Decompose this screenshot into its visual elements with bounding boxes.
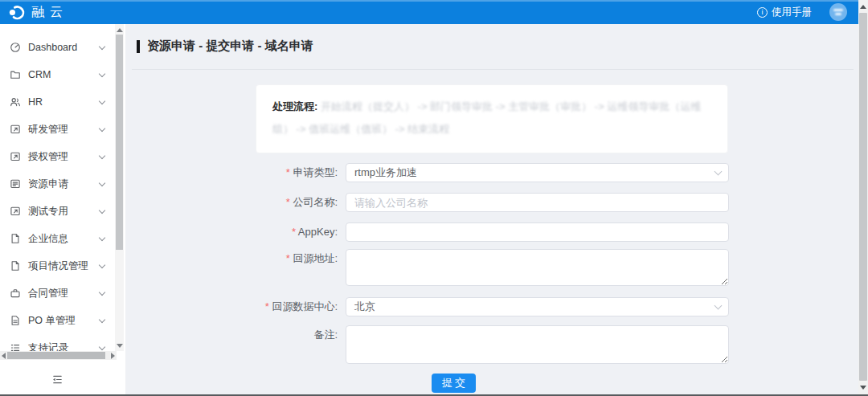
manual-link[interactable]: 使用手册	[772, 6, 812, 19]
sidebar-item-label: 合同管理	[28, 287, 68, 300]
origin-address-label: 回源地址:	[255, 249, 346, 268]
app-window: 融云 使用手册 Dashboard CRM	[0, 0, 868, 396]
scroll-up-icon[interactable]	[115, 25, 124, 35]
sidebar-item-label: 测试专用	[28, 205, 68, 218]
sidebar-item-label: 企业信息	[28, 232, 68, 246]
info-icon	[757, 7, 768, 18]
sidebar-item-label: 研发管理	[28, 123, 68, 137]
chevron-down-icon	[99, 316, 105, 323]
people-icon	[10, 96, 21, 108]
chevron-down-icon	[99, 207, 105, 214]
sidebar-vertical-scrollbar[interactable]	[115, 24, 124, 351]
topbar: 融云 使用手册	[0, 0, 858, 24]
scroll-right-icon[interactable]	[109, 351, 117, 360]
sidebar-item-label: PO 单管理	[28, 314, 76, 328]
scroll-down-icon[interactable]	[858, 382, 868, 392]
form-icon	[10, 178, 21, 190]
apply-form: 申请类型: rtmp业务加速 公司名称: AppKey:	[255, 163, 729, 393]
apply-type-select[interactable]: rtmp业务加速	[346, 163, 729, 182]
document-icon	[10, 233, 21, 244]
appkey-input[interactable]	[346, 222, 729, 242]
topbar-right: 使用手册	[757, 3, 847, 21]
title-accent-bar	[137, 40, 140, 53]
sidebar-item-contract-management[interactable]: 合同管理	[0, 280, 125, 307]
logo[interactable]: 融云	[8, 4, 68, 21]
scrollbar-thumb[interactable]	[859, 13, 867, 381]
scroll-down-icon[interactable]	[115, 341, 124, 350]
menu-fold-icon	[51, 374, 63, 386]
scrollbar-thumb[interactable]	[116, 35, 123, 250]
sidebar-item-label: 项目情况管理	[28, 259, 88, 273]
appkey-label: AppKey:	[255, 222, 346, 242]
logo-text: 融云	[31, 4, 68, 21]
briefcase-icon	[10, 288, 21, 299]
process-flow-label: 处理流程:	[272, 100, 317, 112]
screen-cursor-icon	[10, 151, 21, 162]
chevron-down-icon	[714, 302, 723, 310]
form-row-origin-datacenter: 回源数据中心: 北京	[255, 297, 729, 316]
origin-datacenter-label: 回源数据中心:	[255, 297, 346, 316]
chevron-down-icon	[99, 98, 105, 104]
sidebar-item-label: 资源申请	[28, 178, 68, 191]
avatar[interactable]	[829, 3, 847, 21]
chevron-down-icon	[99, 153, 105, 159]
main-content: 资源申请 - 提交申请 - 域名申请 处理流程: 开始流程（提交人） -> 部门…	[125, 24, 858, 394]
form-row-appkey: AppKey:	[255, 222, 729, 242]
chevron-down-icon	[714, 168, 723, 176]
chevron-down-icon	[99, 43, 105, 50]
folder-icon	[10, 69, 21, 80]
sidebar-item-rd-management[interactable]: 研发管理	[0, 116, 125, 143]
chevron-down-icon	[99, 289, 105, 296]
process-flow-text: 开始流程（提交人） -> 部门领导审批 -> 主管审批（审批） -> 运维领导审…	[272, 100, 701, 135]
sidebar-item-label: Dashboard	[28, 42, 77, 53]
submit-button[interactable]: 提交	[432, 374, 476, 393]
scrollbar-thumb[interactable]	[7, 352, 105, 359]
chevron-down-icon	[99, 125, 105, 132]
chevron-down-icon	[99, 71, 105, 77]
sidebar-item-label: 授权管理	[28, 150, 68, 164]
origin-address-textarea[interactable]	[346, 249, 729, 286]
chevron-down-icon	[99, 344, 105, 350]
sidebar-menu: Dashboard CRM HR	[0, 24, 125, 361]
sidebar-item-label: CRM	[28, 69, 51, 80]
form-row-submit: 提交	[255, 374, 729, 393]
origin-datacenter-select[interactable]: 北京	[346, 297, 729, 316]
sidebar-item-license-management[interactable]: 授权管理	[0, 143, 125, 170]
sidebar-item-crm[interactable]: CRM	[0, 61, 125, 88]
process-flow-card: 处理流程: 开始流程（提交人） -> 部门领导审批 -> 主管审批（审批） ->…	[256, 84, 728, 153]
screen-cursor-icon	[10, 206, 21, 217]
sidebar-item-resource-apply[interactable]: 资源申请	[0, 170, 125, 198]
apply-type-value: rtmp业务加速	[354, 166, 417, 178]
rongcloud-logo-icon	[8, 4, 25, 21]
sidebar-item-label: HR	[28, 96, 43, 108]
sidebar: Dashboard CRM HR	[0, 24, 125, 394]
company-name-label: 公司名称:	[255, 193, 346, 212]
remark-textarea[interactable]	[346, 325, 729, 364]
window-scrollbar[interactable]	[858, 0, 868, 394]
form-row-origin-address: 回源地址:	[255, 249, 729, 286]
remark-label: 备注:	[255, 325, 346, 345]
sidebar-item-project-status[interactable]: 项目情况管理	[0, 252, 125, 280]
sidebar-item-company-info[interactable]: 企业信息	[0, 225, 125, 252]
file-text-icon	[10, 315, 21, 326]
sidebar-item-hr[interactable]: HR	[0, 88, 125, 116]
page-title: 资源申请 - 提交申请 - 域名申请	[147, 39, 313, 54]
page-title-row: 资源申请 - 提交申请 - 域名申请	[137, 39, 858, 54]
scroll-up-icon[interactable]	[858, 2, 868, 11]
form-row-apply-type: 申请类型: rtmp业务加速	[255, 163, 729, 182]
sidebar-collapse-button[interactable]	[50, 372, 64, 386]
origin-datacenter-value: 北京	[354, 300, 375, 312]
screen-cursor-icon	[10, 124, 21, 135]
company-name-input[interactable]	[346, 193, 729, 212]
chevron-down-icon	[99, 262, 105, 268]
document-icon	[10, 260, 21, 271]
form-row-remark: 备注:	[255, 325, 729, 364]
sidebar-item-test-only[interactable]: 测试专用	[0, 198, 125, 225]
dashboard-icon	[10, 42, 21, 53]
sidebar-horizontal-scrollbar[interactable]	[0, 351, 117, 360]
sidebar-item-dashboard[interactable]: Dashboard	[0, 34, 125, 61]
chevron-down-icon	[99, 235, 105, 241]
scroll-left-icon[interactable]	[0, 351, 7, 360]
sidebar-item-po-management[interactable]: PO 单管理	[0, 307, 125, 334]
form-row-company-name: 公司名称:	[255, 193, 729, 212]
